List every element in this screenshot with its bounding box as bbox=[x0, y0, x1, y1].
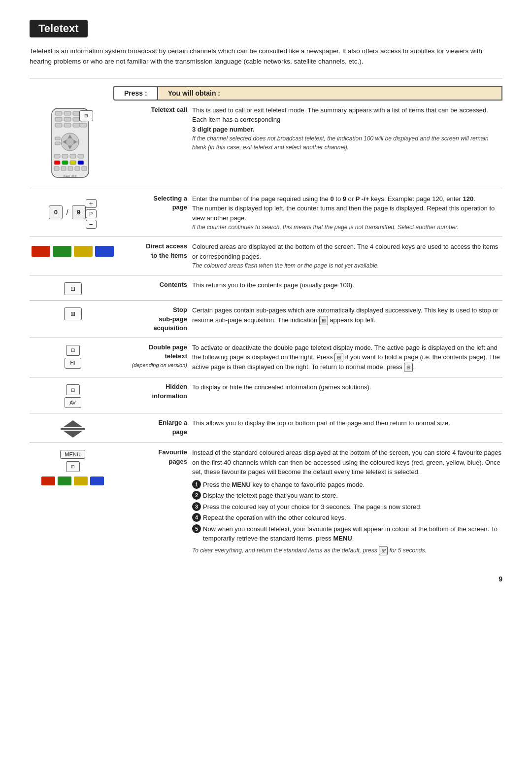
contents-button-icon: ⊡ bbox=[64, 282, 82, 295]
fav-blue-key-icon bbox=[90, 477, 104, 485]
fav-green-key-icon bbox=[58, 477, 71, 485]
subpage-inline-icon: ⊞ bbox=[319, 316, 328, 325]
fav-clear-icon: ⊞ bbox=[379, 546, 388, 555]
svg-text:PHILIPS: PHILIPS bbox=[64, 175, 77, 178]
svg-rect-2 bbox=[64, 111, 71, 115]
fav-sub-icon: ⊡ bbox=[66, 461, 80, 472]
svg-rect-27 bbox=[70, 161, 76, 165]
svg-rect-23 bbox=[70, 154, 76, 158]
double-page-button-icon: ⊡ bbox=[66, 345, 80, 356]
blue-key-icon bbox=[95, 246, 114, 257]
list-item: 5 Now when you consult teletext, your fa… bbox=[192, 524, 502, 544]
header-press: Press : bbox=[113, 86, 158, 101]
list-item: 1 Press the MENU key to change to favour… bbox=[192, 480, 502, 490]
svg-rect-1 bbox=[55, 111, 62, 115]
step4-icon: 4 bbox=[192, 513, 201, 522]
fav-color-keys-icon bbox=[41, 477, 104, 485]
hidden-button-icon: ⊡ bbox=[66, 384, 80, 395]
hi-button-icon: HI bbox=[65, 358, 81, 369]
label-teletext-call: Teletext call bbox=[116, 105, 192, 114]
svg-rect-31 bbox=[68, 167, 73, 170]
page-number: 9 bbox=[30, 575, 502, 583]
row-contents: ⊡ Contents This returns you to the conte… bbox=[30, 275, 502, 301]
icon-cell-enlarge bbox=[30, 418, 116, 438]
label-double-page: Double pageteletext(depending on version… bbox=[116, 343, 192, 370]
svg-rect-28 bbox=[78, 161, 84, 165]
step3-icon: 3 bbox=[192, 502, 201, 511]
desc-enlarge: This allows you to display the top or bo… bbox=[192, 418, 502, 428]
icon-cell-hidden: ⊡ AV bbox=[30, 382, 116, 408]
yellow-key-icon bbox=[74, 246, 93, 257]
enlarge-icon bbox=[61, 420, 85, 438]
p-btn-icon: P bbox=[86, 209, 97, 218]
label-hidden: Hiddeninformation bbox=[116, 382, 192, 400]
page-title-box: Teletext bbox=[30, 20, 88, 37]
desc-stop-subpage: Certain pages contain sub-pages which ar… bbox=[192, 306, 502, 325]
svg-rect-33 bbox=[82, 167, 87, 170]
desc-direct-access: Coloured areas are displayed at the bott… bbox=[192, 242, 502, 270]
svg-rect-10 bbox=[64, 123, 71, 127]
row-teletext-call: PHILIPS ⊞ Teletext call This is used to … bbox=[30, 101, 502, 189]
row-double-page: ⊡ HI Double pageteletext(depending on ve… bbox=[30, 338, 502, 378]
label-stop-subpage: Stopsub-pageacquisition bbox=[116, 306, 192, 333]
svg-rect-12 bbox=[80, 123, 87, 127]
list-item: 4 Repeat the operation with the other co… bbox=[192, 513, 502, 523]
table-header: Press : You will obtain : bbox=[113, 86, 502, 101]
content-table: PHILIPS ⊞ Teletext call This is used to … bbox=[30, 101, 502, 560]
row-selecting-page: 0 / 9 + P − Selecting apage Enter the nu… bbox=[30, 189, 502, 238]
svg-rect-25 bbox=[54, 161, 60, 165]
label-enlarge: Enlarge apage bbox=[116, 418, 192, 436]
desc-teletext-call: This is used to call or exit teletext mo… bbox=[192, 105, 502, 152]
label-favourite: Favouritepages bbox=[116, 448, 192, 466]
desc-contents: This returns you to the contents page (u… bbox=[192, 280, 502, 290]
divider-line-icon bbox=[61, 428, 85, 430]
step2-icon: 2 bbox=[192, 491, 201, 500]
stop-subpage-button-icon: ⊞ bbox=[64, 307, 82, 320]
av-button-icon: AV bbox=[65, 397, 81, 408]
icon-cell-double-page: ⊡ HI bbox=[30, 343, 116, 369]
svg-rect-24 bbox=[78, 154, 84, 158]
svg-point-14 bbox=[66, 138, 74, 146]
icon-cell-contents: ⊡ bbox=[30, 280, 116, 295]
svg-rect-11 bbox=[73, 123, 80, 127]
label-selecting-page: Selecting apage bbox=[116, 194, 192, 212]
teletext-button-icon: ⊞ bbox=[79, 110, 93, 121]
icon-cell-selecting-page: 0 / 9 + P − bbox=[30, 194, 116, 229]
row-enlarge: Enlarge apage This allows you to display… bbox=[30, 413, 502, 443]
dp-inline-icon2: ⊟ bbox=[404, 363, 413, 372]
step1-icon: 1 bbox=[192, 480, 201, 489]
list-item: 2 Display the teletext page that you wan… bbox=[192, 491, 502, 501]
svg-rect-26 bbox=[62, 161, 68, 165]
desc-selecting-page: Enter the number of the page required us… bbox=[192, 194, 502, 232]
step5-icon: 5 bbox=[192, 524, 201, 533]
plus-btn-icon: + bbox=[86, 199, 97, 208]
intro-text: Teletext is an information system broadc… bbox=[30, 46, 483, 67]
row-stop-subpage: ⊞ Stopsub-pageacquisition Certain pages … bbox=[30, 301, 502, 338]
label-contents: Contents bbox=[116, 280, 192, 289]
fav-yellow-key-icon bbox=[74, 477, 88, 485]
icon-cell-stop-subpage: ⊞ bbox=[30, 306, 116, 320]
fav-red-key-icon bbox=[41, 477, 55, 485]
minus-btn-icon: − bbox=[86, 220, 97, 229]
list-item: 3 Press the coloured key of your choice … bbox=[192, 502, 502, 512]
icon-cell-direct-access bbox=[30, 242, 116, 257]
desc-hidden: To display or hide the concealed informa… bbox=[192, 382, 502, 392]
color-keys-icon bbox=[32, 246, 114, 257]
triangle-up-icon bbox=[63, 420, 83, 427]
red-key-icon bbox=[32, 246, 50, 257]
svg-rect-3 bbox=[73, 111, 80, 115]
menu-button-icon: MENU bbox=[60, 450, 85, 459]
row-direct-access: Direct accessto the items Coloured areas… bbox=[30, 237, 502, 275]
label-direct-access: Direct accessto the items bbox=[116, 242, 192, 260]
row-favourite: MENU ⊡ Favouritepages Instead of the sta… bbox=[30, 443, 502, 560]
header-obtain: You will obtain : bbox=[157, 86, 502, 101]
num-0-icon: 0 bbox=[49, 205, 63, 219]
desc-favourite: Instead of the standard coloured areas d… bbox=[192, 448, 502, 555]
num-9-icon: 9 bbox=[72, 205, 86, 219]
icon-cell-teletext-call: PHILIPS ⊞ bbox=[30, 105, 116, 184]
green-key-icon bbox=[53, 246, 71, 257]
triangle-down-icon bbox=[63, 431, 83, 438]
svg-rect-29 bbox=[54, 167, 59, 170]
svg-rect-7 bbox=[73, 117, 80, 121]
dp-inline-icon1: ⊞ bbox=[334, 353, 343, 362]
